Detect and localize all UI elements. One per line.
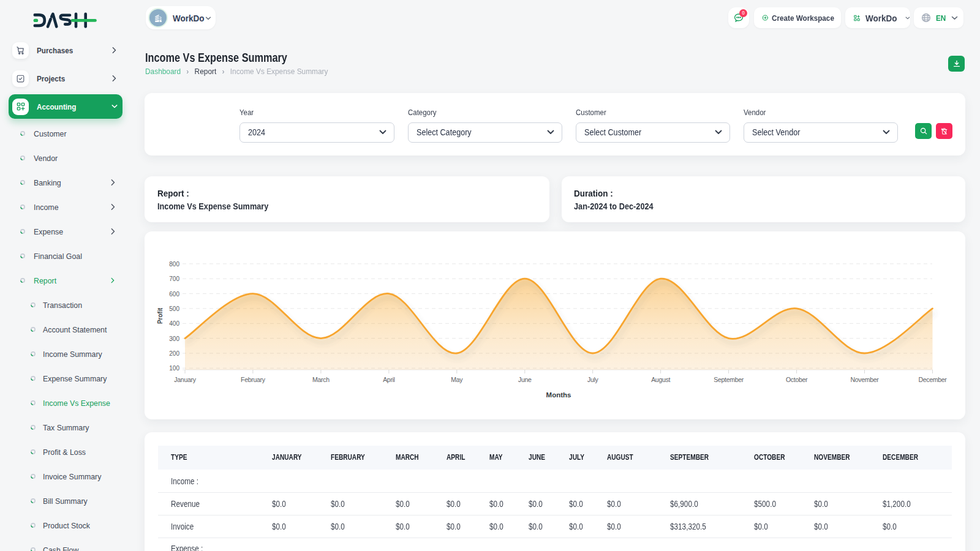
- svg-text:September: September: [714, 376, 744, 383]
- svg-text:April: April: [383, 376, 395, 383]
- svg-text:800: 800: [169, 261, 179, 268]
- svg-text:100: 100: [169, 365, 179, 372]
- svg-text:July: July: [587, 376, 599, 383]
- svg-text:January: January: [174, 376, 196, 383]
- svg-text:300: 300: [169, 335, 179, 342]
- svg-text:November: November: [850, 376, 879, 383]
- svg-text:December: December: [918, 376, 947, 383]
- svg-text:May: May: [451, 376, 463, 383]
- svg-text:June: June: [518, 376, 532, 383]
- svg-text:Months: Months: [546, 391, 571, 399]
- svg-text:600: 600: [169, 291, 179, 298]
- svg-text:200: 200: [169, 350, 179, 357]
- svg-text:October: October: [786, 376, 808, 383]
- svg-text:February: February: [241, 376, 266, 383]
- svg-text:400: 400: [169, 320, 179, 327]
- svg-text:March: March: [312, 376, 330, 383]
- svg-text:August: August: [651, 376, 670, 383]
- svg-text:700: 700: [169, 276, 179, 282]
- svg-text:500: 500: [169, 305, 179, 312]
- svg-text:Profit: Profit: [157, 307, 164, 324]
